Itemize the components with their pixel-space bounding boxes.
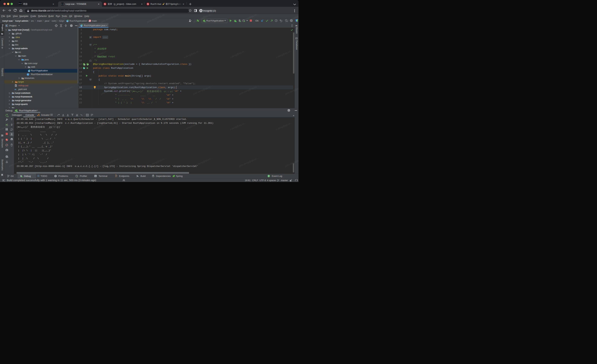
svg-text:<t>: <t>	[61, 3, 64, 5]
svg-text:e: e	[84, 68, 84, 69]
svg-text:I: I	[82, 115, 83, 116]
svg-text:2: 2	[268, 175, 269, 177]
svg-text:<t>: <t>	[19, 2, 22, 4]
svg-text:m: m	[89, 20, 91, 22]
svg-text:C: C	[27, 73, 29, 76]
svg-text:G: G	[104, 3, 106, 5]
svg-text:G: G	[147, 3, 149, 5]
